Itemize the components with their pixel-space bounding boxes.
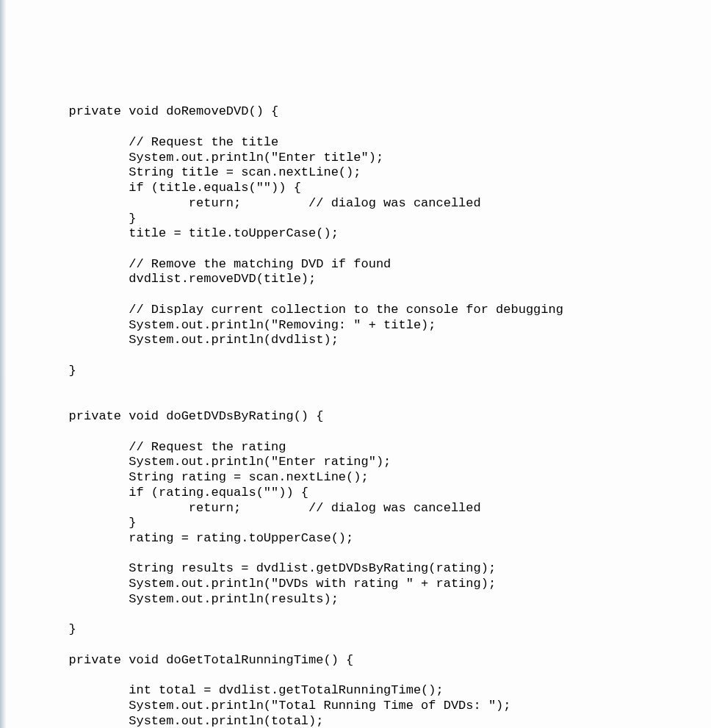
code-line: return; // dialog was cancelled [9,196,711,212]
code-line: System.out.println("Removing: " + title)… [9,318,711,334]
code-line: String title = scan.nextLine(); [9,165,711,181]
code-block: private void doRemoveDVD() { // Request … [0,91,711,728]
code-line: System.out.println(results); [9,592,711,608]
code-line: } [9,364,711,379]
code-line [9,348,711,364]
code-line [9,287,711,303]
code-line: System.out.println("Total Running Time o… [9,699,711,714]
left-edge-decoration [0,0,6,728]
code-line: return; // dialog was cancelled [9,501,711,516]
code-line: private void doGetDVDsByRating() { [9,409,711,425]
code-line [9,425,711,440]
code-line [9,120,711,135]
code-line: title = title.toUpperCase(); [9,226,711,242]
code-line: String rating = scan.nextLine(); [9,470,711,486]
code-line [9,547,711,562]
code-line: // Remove the matching DVD if found [9,257,711,273]
code-line: // Request the title [9,135,711,151]
code-line: int total = dvdlist.getTotalRunningTime(… [9,683,711,699]
code-line: System.out.println("DVDs with rating " +… [9,577,711,592]
code-line: } [9,212,711,227]
code-line: System.out.println(total); [9,714,711,728]
code-line [9,242,711,257]
code-line: } [9,622,711,638]
code-line: dvdlist.removeDVD(title); [9,272,711,287]
code-line: System.out.println("Enter title"); [9,151,711,166]
code-line: String results = dvdlist.getDVDsByRating… [9,561,711,577]
code-line: System.out.println(dvdlist); [9,333,711,348]
code-line [9,608,711,623]
code-line: // Display current collection to the con… [9,303,711,318]
code-line: private void doRemoveDVD() { [9,104,711,120]
code-line [9,394,711,409]
code-line: if (rating.equals("")) { [9,486,711,501]
code-line [9,379,711,394]
code-line: // Request the rating [9,440,711,455]
code-line: System.out.println("Enter rating"); [9,455,711,470]
code-line: private void doGetTotalRunningTime() { [9,653,711,668]
code-line [9,638,711,653]
code-line: rating = rating.toUpperCase(); [9,531,711,547]
code-line [9,668,711,684]
code-line: if (title.equals("")) { [9,181,711,196]
code-line: } [9,516,711,531]
